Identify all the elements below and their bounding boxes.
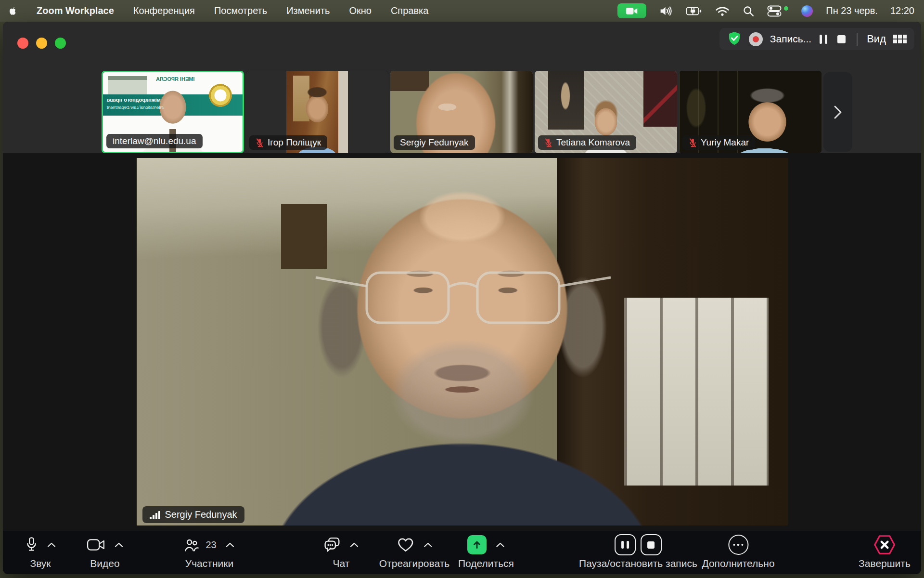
more-label: Дополнительно: [702, 558, 774, 569]
share-button[interactable]: Поделиться: [458, 531, 514, 574]
chat-label: Чат: [333, 558, 350, 569]
menu-bar-clock[interactable]: Пн 23 черв. 12:20: [826, 5, 914, 16]
microphone-icon: [26, 537, 38, 553]
apple-menu-icon[interactable]: [8, 6, 17, 16]
filmstrip-next-button[interactable]: [823, 72, 852, 152]
chevron-up-icon[interactable]: [497, 542, 505, 548]
chevron-up-icon[interactable]: [115, 542, 123, 548]
participant-nameplate: Tetiana Komarova: [538, 135, 636, 150]
menu-edit[interactable]: Изменить: [286, 5, 330, 16]
chevron-up-icon[interactable]: [424, 542, 432, 548]
menu-window[interactable]: Окно: [349, 5, 371, 16]
menu-bar: Zoom Workplace Конференция Посмотреть Из…: [0, 0, 924, 22]
heart-icon: [397, 537, 414, 552]
chevron-up-icon[interactable]: [48, 542, 56, 548]
view-menu-label[interactable]: Вид: [867, 33, 886, 45]
virtual-bg-text: International Law Department: [107, 105, 164, 110]
audio-button[interactable]: Звук: [26, 531, 56, 574]
menu-app-name[interactable]: Zoom Workplace: [37, 5, 114, 16]
window-chrome: Запись... Вид ІМЕНІ ЯРОСЛА міжнародного …: [3, 22, 921, 153]
siri-icon[interactable]: [801, 5, 813, 17]
security-shield-icon[interactable]: [727, 31, 742, 48]
end-meeting-button[interactable]: Завершить: [859, 531, 911, 574]
traffic-lights: [17, 38, 66, 49]
participant-name: interlaw@nlu.edu.ua: [113, 136, 196, 146]
participants-count: 23: [205, 539, 216, 551]
status-dot: [784, 6, 788, 11]
gallery-view-icon[interactable]: [893, 35, 907, 43]
menu-view[interactable]: Посмотреть: [214, 5, 267, 16]
audio-label: Звук: [30, 558, 51, 569]
participant-nameplate: Yuriy Makar: [682, 135, 755, 150]
date-label: Пн 23 черв.: [826, 5, 878, 16]
record-label: Пауза/остановить запись: [579, 558, 697, 569]
active-speaker-tile[interactable]: Sergiy Fedunyak: [137, 158, 788, 525]
recording-controls: Пауза/остановить запись: [579, 531, 697, 574]
filmstrip: ІМЕНІ ЯРОСЛА міжнародного права Internat…: [102, 71, 852, 153]
stop-recording-button[interactable]: [837, 35, 846, 43]
muted-mic-icon: [256, 138, 264, 148]
menu-help[interactable]: Справка: [391, 5, 428, 16]
pause-record-button[interactable]: [615, 534, 636, 555]
participant-name: Ігор Поліщук: [268, 137, 321, 148]
participants-icon: [184, 538, 199, 552]
share-label: Поделиться: [458, 558, 514, 569]
control-center-icon[interactable]: [767, 5, 788, 17]
video-tile-sergiy[interactable]: Sergiy Fedunyak: [390, 71, 533, 153]
react-button[interactable]: Отреагировать: [379, 531, 449, 574]
camera-active-indicator[interactable]: [617, 3, 646, 18]
participant-name: Yuriy Makar: [701, 137, 749, 148]
meeting-toolbar: Звук Видео 23 Участники: [3, 531, 921, 574]
speaker-name: Sergiy Fedunyak: [165, 509, 237, 520]
recording-status-label: Запись...: [770, 33, 811, 45]
spotlight-search-icon[interactable]: [743, 5, 754, 17]
video-tile-yuriy[interactable]: Yuriy Makar: [679, 71, 821, 153]
desktop: Zoom Workplace Конференция Посмотреть Из…: [0, 0, 924, 578]
ellipsis-icon: [728, 535, 748, 555]
virtual-bg-text: ІМЕНІ ЯРОСЛА: [156, 76, 195, 82]
participant-nameplate: Sergiy Fedunyak: [394, 135, 475, 150]
glasses-detail: [137, 158, 788, 525]
end-label: Завершить: [859, 558, 911, 569]
battery-icon[interactable]: [686, 6, 702, 16]
virtual-bg-text: міжнародного права: [107, 97, 161, 103]
meeting-controls-panel: Запись... Вид: [719, 28, 914, 50]
minimize-window-button[interactable]: [36, 38, 47, 49]
muted-mic-icon: [544, 138, 552, 148]
chat-icon: [324, 537, 341, 552]
menu-conference[interactable]: Конференция: [133, 5, 195, 16]
participants-label: Участники: [185, 558, 233, 569]
time-label: 12:20: [890, 5, 914, 16]
react-label: Отреагировать: [379, 558, 449, 569]
muted-mic-icon: [689, 138, 697, 148]
participant-name: Sergiy Fedunyak: [400, 137, 469, 148]
camera-icon: [87, 539, 105, 551]
volume-icon[interactable]: [659, 5, 673, 17]
recording-indicator-icon: [749, 32, 763, 46]
video-button[interactable]: Видео: [87, 531, 123, 574]
share-screen-icon: [468, 535, 487, 554]
video-tile-interlaw[interactable]: ІМЕНІ ЯРОСЛА міжнародного права Internat…: [102, 71, 244, 153]
wifi-icon[interactable]: [715, 6, 730, 16]
pause-recording-button[interactable]: [819, 35, 828, 44]
fullscreen-window-button[interactable]: [55, 38, 66, 49]
video-tile-tetiana[interactable]: Tetiana Komarova: [535, 71, 677, 153]
menu-bar-left: Zoom Workplace Конференция Посмотреть Из…: [8, 5, 428, 16]
participants-button[interactable]: 23 Участники: [184, 531, 234, 574]
zoom-window: Запись... Вид ІМЕНІ ЯРОСЛА міжнародного …: [3, 22, 921, 574]
end-meeting-icon: [873, 535, 896, 555]
video-tile-igor[interactable]: Ігор Поліщук: [246, 71, 388, 153]
video-label: Видео: [90, 558, 119, 569]
main-stage: Sergiy Fedunyak: [3, 153, 921, 531]
divider: [857, 33, 858, 46]
menu-bar-status: Пн 23 черв. 12:20: [617, 3, 914, 18]
participant-nameplate: interlaw@nlu.edu.ua: [106, 134, 203, 148]
speaker-nameplate: Sergiy Fedunyak: [142, 506, 244, 523]
chat-button[interactable]: Чат: [324, 531, 359, 574]
close-window-button[interactable]: [17, 38, 28, 49]
chevron-up-icon[interactable]: [226, 542, 234, 548]
stop-record-button[interactable]: [641, 534, 662, 555]
chevron-up-icon[interactable]: [350, 542, 359, 548]
more-button[interactable]: Дополнительно: [702, 531, 774, 574]
participant-name: Tetiana Komarova: [556, 137, 630, 148]
